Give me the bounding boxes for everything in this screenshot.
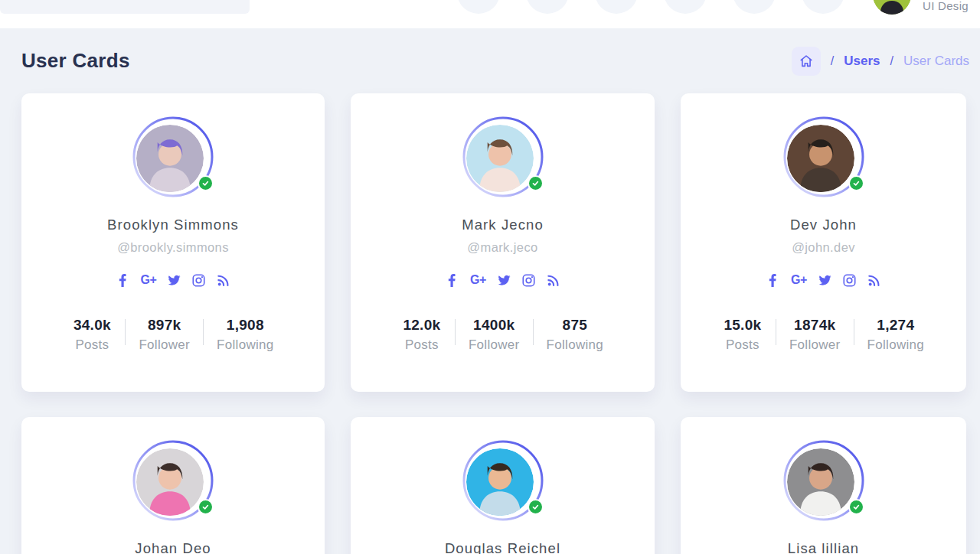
user-card: Mark Jecno @mark.jeco G+ — [351, 93, 655, 392]
following-count: 875 — [547, 317, 604, 334]
user-name: Douglas Reichel — [351, 540, 655, 554]
user-card: Johan Deo G+ — [21, 417, 325, 554]
user-handle: @john.dev — [681, 240, 966, 255]
posts-stat: 15.0k Posts — [710, 317, 776, 353]
avatar-ring — [132, 440, 214, 521]
user-handle: @brookly.simmons — [21, 240, 325, 255]
user-cards-grid: Brooklyn Simmons @brookly.simmons G+ — [0, 93, 980, 554]
posts-stat: 34.0k Posts — [59, 317, 125, 353]
user-name: Mark Jecno — [351, 217, 655, 233]
follower-count: 1874k — [789, 317, 841, 334]
user-avatar[interactable] — [787, 448, 854, 516]
google-plus-icon[interactable]: G+ — [470, 273, 486, 287]
verified-badge-icon — [848, 175, 864, 191]
avatar-ring — [462, 440, 544, 521]
content-area: User Cards / Users / User Cards — [0, 28, 980, 554]
twitter-icon[interactable] — [168, 274, 181, 287]
social-links: G+ — [681, 271, 966, 289]
user-stats: 34.0k Posts 897k Follower 1,908 Followin… — [21, 317, 325, 353]
twitter-icon[interactable] — [818, 274, 831, 287]
breadcrumb-separator: / — [890, 54, 893, 68]
rss-icon[interactable] — [217, 274, 230, 287]
instagram-icon[interactable] — [522, 274, 535, 287]
header-icon-button[interactable] — [457, 0, 500, 14]
page-title: User Cards — [21, 49, 130, 73]
user-avatar[interactable] — [466, 125, 534, 192]
header-icon-button[interactable] — [802, 0, 844, 14]
instagram-icon[interactable] — [843, 274, 856, 287]
breadcrumb-separator: / — [831, 54, 834, 68]
following-stat: 875 Following — [534, 317, 617, 353]
following-label: Following — [547, 337, 604, 353]
user-card: Lisa lillian G+ — [681, 417, 966, 554]
verified-badge-icon — [528, 175, 544, 191]
user-avatar[interactable] — [466, 448, 534, 516]
header-icon-button[interactable] — [526, 0, 569, 14]
following-stat: 1,908 Following — [204, 317, 287, 353]
rss-icon[interactable] — [867, 274, 880, 287]
following-count: 1,908 — [217, 317, 274, 334]
follower-stat: 897k Follower — [126, 317, 203, 353]
header-icon-button[interactable] — [595, 0, 638, 14]
rss-icon[interactable] — [547, 274, 560, 287]
posts-label: Posts — [402, 337, 442, 353]
home-icon — [799, 54, 814, 69]
following-label: Following — [867, 337, 925, 353]
follower-label: Follower — [139, 337, 190, 353]
user-name: Johan Deo — [21, 540, 325, 554]
app-header: UI Desig — [0, 0, 980, 28]
follower-label: Follower — [789, 337, 841, 353]
posts-stat: 12.0k Posts — [389, 317, 455, 353]
avatar-ring — [462, 116, 544, 197]
breadcrumb-current: User Cards — [903, 54, 969, 69]
verified-badge-icon — [198, 499, 214, 515]
breadcrumb: / Users / User Cards — [792, 47, 969, 76]
user-name: Dev John — [681, 217, 966, 233]
user-card: Dev John @john.dev G+ — [681, 93, 966, 392]
instagram-icon[interactable] — [192, 274, 205, 287]
following-label: Following — [217, 337, 274, 353]
twitter-icon[interactable] — [498, 274, 511, 287]
breadcrumb-home-button[interactable] — [792, 47, 821, 76]
profile-role-label: UI Desig — [923, 0, 969, 12]
verified-badge-icon — [198, 175, 214, 191]
follower-label: Follower — [469, 337, 520, 353]
verified-badge-icon — [848, 499, 864, 515]
following-stat: 1,274 Following — [854, 317, 938, 353]
search-input[interactable] — [0, 0, 250, 14]
posts-label: Posts — [723, 337, 763, 353]
avatar-ring — [132, 116, 214, 197]
follower-stat: 1400k Follower — [456, 317, 533, 353]
posts-count: 12.0k — [402, 317, 442, 334]
facebook-icon[interactable] — [116, 274, 129, 287]
facebook-icon[interactable] — [766, 274, 779, 287]
follower-count: 1400k — [469, 317, 520, 334]
follower-stat: 1874k Follower — [776, 317, 854, 353]
user-handle: @mark.jeco — [351, 240, 655, 255]
verified-badge-icon — [528, 499, 544, 515]
breadcrumb-users-link[interactable]: Users — [844, 54, 880, 69]
following-count: 1,274 — [867, 317, 925, 334]
avatar-ring — [783, 116, 864, 197]
posts-label: Posts — [72, 337, 112, 353]
google-plus-icon[interactable]: G+ — [791, 273, 807, 287]
user-avatar[interactable] — [136, 448, 204, 516]
user-name: Brooklyn Simmons — [21, 217, 325, 233]
follower-count: 897k — [139, 317, 190, 334]
avatar-ring — [783, 440, 864, 521]
google-plus-icon[interactable]: G+ — [141, 273, 157, 287]
profile-avatar[interactable] — [873, 0, 911, 15]
posts-count: 15.0k — [723, 317, 763, 334]
user-name: Lisa lillian — [681, 540, 966, 554]
header-icon-button[interactable] — [664, 0, 707, 14]
user-stats: 12.0k Posts 1400k Follower 875 Following — [351, 317, 655, 353]
social-links: G+ — [21, 271, 325, 289]
posts-count: 34.0k — [72, 317, 112, 334]
facebook-icon[interactable] — [446, 274, 459, 287]
social-links: G+ — [351, 271, 655, 289]
user-card: Brooklyn Simmons @brookly.simmons G+ — [21, 93, 325, 392]
user-avatar[interactable] — [787, 125, 854, 192]
header-icon-button[interactable] — [733, 0, 776, 14]
user-avatar[interactable] — [136, 125, 204, 192]
user-stats: 15.0k Posts 1874k Follower 1,274 Followi… — [681, 317, 966, 353]
